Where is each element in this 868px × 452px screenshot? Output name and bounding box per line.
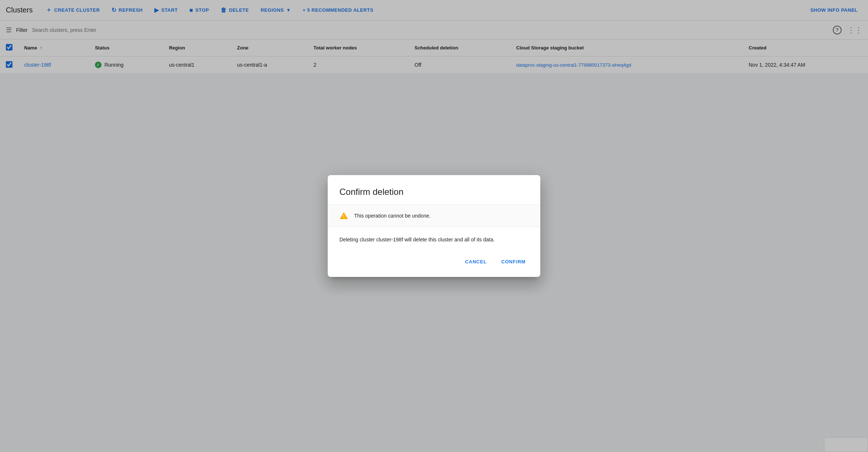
dialog-body-text: Deleting cluster cluster-198f will delet… — [328, 227, 540, 249]
dialog-title: Confirm deletion — [328, 175, 540, 204]
modal-overlay: Confirm deletion This operation cannot b… — [0, 0, 868, 452]
confirm-button[interactable]: CONFIRM — [496, 255, 532, 268]
confirm-deletion-dialog: Confirm deletion This operation cannot b… — [328, 175, 540, 277]
cancel-button[interactable]: CANCEL — [459, 255, 493, 268]
dialog-warning-bar: This operation cannot be undone. — [328, 204, 540, 227]
dialog-warning-text: This operation cannot be undone. — [354, 213, 431, 219]
warning-triangle-icon — [339, 211, 348, 220]
dialog-actions: CANCEL CONFIRM — [328, 249, 540, 277]
